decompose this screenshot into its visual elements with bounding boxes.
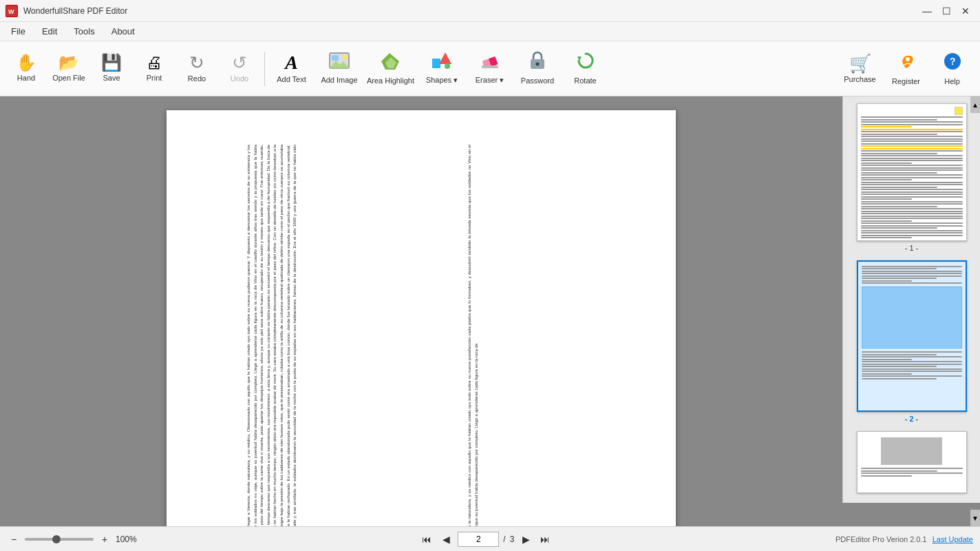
thumb-page1-container[interactable]: - 1 - [857, 103, 967, 252]
thumb-page2-label: - 2 - [905, 415, 919, 423]
nav-prev-button[interactable]: ◀ [438, 532, 454, 547]
open-file-button[interactable]: 📂 Open File [48, 45, 89, 93]
help-button[interactable]: ? Help [930, 45, 974, 93]
toolbar-sep-1 [264, 52, 265, 86]
svg-marker-9 [439, 52, 451, 64]
hand-tool-button[interactable]: ✋ Hand [6, 45, 47, 93]
main-area: FIN GÁRGOLAS: HÉROES MITOLÓGICOS se asen… [0, 96, 980, 526]
save-button[interactable]: 💾 Save [91, 45, 132, 93]
svg-point-17 [906, 57, 910, 61]
add-image-label: Add Image [321, 76, 357, 85]
register-button[interactable]: Register [884, 45, 928, 93]
shapes-icon [432, 52, 452, 73]
titlebar-controls: — ☐ ✕ [918, 3, 974, 19]
thumb-page3-container[interactable] [857, 431, 967, 496]
thumb-scroll-down-button[interactable]: ▼ [970, 510, 980, 526]
open-file-label: Open File [52, 74, 85, 83]
close-button[interactable]: ✕ [957, 3, 974, 19]
print-button[interactable]: 🖨 Print [134, 45, 175, 93]
pdf-viewer[interactable]: FIN GÁRGOLAS: HÉROES MITOLÓGICOS se asen… [0, 96, 842, 526]
redo-icon: ↻ [189, 54, 204, 72]
add-image-icon [329, 52, 350, 73]
eraser-icon [480, 52, 500, 73]
zoom-thumb[interactable] [52, 535, 61, 543]
page-separator: / [503, 534, 505, 544]
purchase-icon: 🛒 [849, 54, 871, 72]
toolbar: ✋ Hand 📂 Open File 💾 Save 🖨 Print ↻ Redo… [0, 41, 980, 96]
add-image-button[interactable]: Add Image [315, 45, 363, 93]
svg-point-5 [343, 55, 347, 59]
pdf-text-col1: se asento. putrefacción viajó desapareci… [245, 145, 456, 526]
zoom-controls: − + 100% [7, 532, 137, 546]
thumb-page3[interactable] [857, 431, 967, 493]
zoom-level: 100% [116, 534, 137, 544]
minimize-button[interactable]: — [918, 3, 936, 19]
undo-icon: ↺ [232, 54, 247, 72]
add-text-button[interactable]: A Add Text [269, 45, 314, 93]
titlebar: W WonderfullShare PDF Editor — ☐ ✕ [0, 0, 980, 22]
area-highlight-label: Area Highlight [367, 76, 414, 85]
menu-file[interactable]: File [3, 22, 34, 41]
area-highlight-button[interactable]: Area Highlight [365, 45, 416, 93]
password-icon [528, 51, 547, 74]
maximize-button[interactable]: ☐ [937, 3, 955, 19]
svg-text:?: ? [950, 56, 956, 67]
update-link[interactable]: Last Update [933, 535, 973, 543]
nav-next-button[interactable]: ▶ [518, 532, 533, 547]
area-highlight-icon [380, 52, 402, 74]
save-label: Save [103, 74, 120, 83]
svg-rect-3 [332, 55, 339, 61]
eraser-label: Eraser ▾ [476, 76, 504, 85]
menu-about[interactable]: About [103, 22, 143, 41]
zoom-slider[interactable] [25, 538, 94, 541]
password-label: Password [521, 76, 554, 85]
register-icon [897, 52, 916, 74]
print-icon: 🖨 [146, 54, 162, 71]
zoom-minus-button[interactable]: − [7, 532, 21, 546]
svg-rect-8 [432, 59, 440, 68]
shapes-button[interactable]: Shapes ▾ [418, 45, 466, 93]
app-title: WonderfullShare PDF Editor [23, 6, 127, 16]
register-label: Register [892, 77, 920, 85]
nav-last-button[interactable]: ⏭ [537, 532, 553, 547]
thumbnail-panel[interactable]: - 1 - [842, 96, 980, 503]
help-label: Help [944, 77, 960, 85]
version-area: PDFEditor Pro Verion 2.0.1 Last Update [835, 535, 973, 543]
thumb-scroll-up-button[interactable]: ▲ [970, 96, 980, 113]
rotate-label: Rotate [574, 76, 596, 85]
svg-point-10 [445, 63, 450, 69]
shapes-label: Shapes ▾ [426, 76, 458, 85]
password-button[interactable]: Password [513, 45, 562, 93]
pdf-page: FIN GÁRGOLAS: HÉROES MITOLÓGICOS se asen… [167, 110, 676, 526]
eraser-button[interactable]: Eraser ▾ [467, 45, 512, 93]
menu-tools[interactable]: Tools [65, 22, 103, 41]
svg-rect-13 [482, 65, 498, 68]
thumb-page1[interactable] [857, 103, 967, 241]
rotate-button[interactable]: Rotate [563, 45, 608, 93]
help-icon: ? [943, 52, 962, 74]
app-icon: W [6, 5, 18, 17]
titlebar-left: W WonderfullShare PDF Editor [6, 5, 127, 17]
undo-label: Undo [231, 74, 248, 83]
pdf-text-col2: pudieron quemar. Y dispuesto a demostrar… [466, 145, 635, 526]
zoom-plus-button[interactable]: + [98, 532, 111, 546]
svg-text:W: W [8, 8, 14, 15]
thumbnail-panel-wrapper: - 1 - [842, 96, 980, 526]
page-number-input[interactable] [458, 532, 499, 547]
page-total: 3 [510, 534, 515, 544]
thumb-page2[interactable] [857, 260, 967, 412]
add-text-icon: A [285, 53, 298, 72]
redo-button[interactable]: ↻ Redo [176, 45, 217, 93]
add-text-label: Add Text [277, 75, 306, 84]
rotate-icon [576, 51, 595, 74]
thumbnail-scroll-controls: ▲ ▼ [970, 96, 980, 526]
nav-first-button[interactable]: ⏮ [419, 532, 434, 547]
undo-button[interactable]: ↺ Undo [219, 45, 260, 93]
redo-label: Redo [188, 74, 206, 83]
purchase-button[interactable]: 🛒 Purchase [838, 45, 882, 93]
thumb-page2-container[interactable]: - 2 - [857, 260, 967, 423]
save-icon: 💾 [101, 54, 122, 71]
svg-point-15 [536, 63, 540, 66]
thumb-page1-label: - 1 - [905, 244, 919, 252]
menu-edit[interactable]: Edit [34, 22, 65, 41]
